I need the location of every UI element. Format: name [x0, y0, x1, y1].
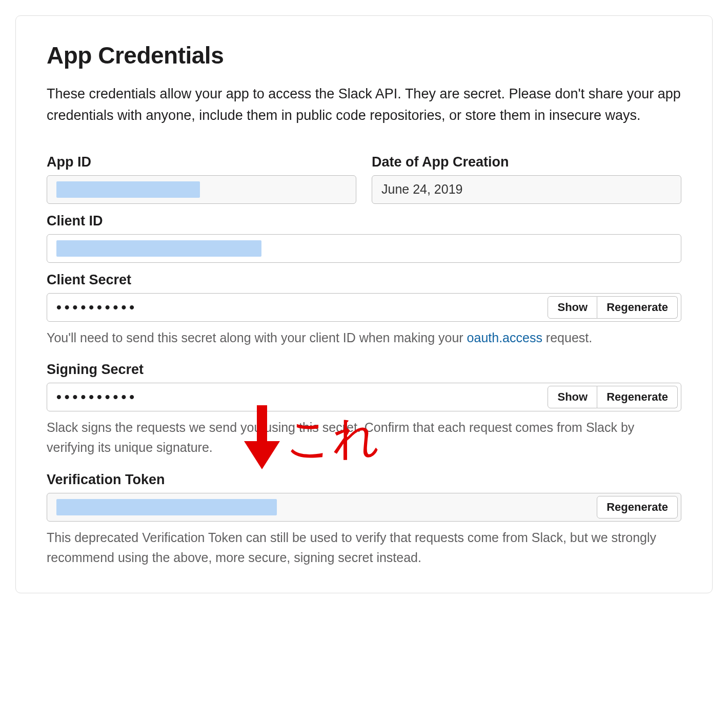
app-id-field[interactable]: [47, 175, 356, 204]
redacted-client-id: [56, 240, 261, 257]
signing-secret-field[interactable]: •••••••••• Show Regenerate: [47, 383, 681, 411]
app-id-label: App ID: [47, 154, 356, 170]
verification-token-label: Verification Token: [47, 472, 681, 488]
signing-secret-show-button[interactable]: Show: [548, 386, 597, 408]
client-id-field[interactable]: [47, 234, 681, 263]
credentials-card: App Credentials These credentials allow …: [15, 15, 713, 593]
client-secret-field[interactable]: •••••••••• Show Regenerate: [47, 293, 681, 322]
date-created-label: Date of App Creation: [372, 154, 681, 170]
page-title: App Credentials: [47, 41, 681, 69]
redacted-app-id: [56, 181, 200, 198]
redacted-verification-token: [56, 499, 277, 515]
signing-secret-label: Signing Secret: [47, 362, 681, 378]
verification-token-field[interactable]: Regenerate: [47, 493, 681, 522]
date-created-field: June 24, 2019: [372, 175, 681, 204]
date-created-value: June 24, 2019: [381, 182, 462, 197]
signing-secret-hint: Slack signs the requests we send you usi…: [47, 418, 681, 458]
signing-secret-masked: ••••••••••: [56, 389, 137, 405]
signing-secret-regenerate-button[interactable]: Regenerate: [597, 386, 678, 408]
verification-token-hint: This deprecated Verification Token can s…: [47, 528, 681, 568]
oauth-access-link[interactable]: oauth.access: [467, 330, 542, 345]
client-secret-regenerate-button[interactable]: Regenerate: [597, 296, 678, 319]
client-id-label: Client ID: [47, 213, 681, 229]
client-secret-label: Client Secret: [47, 272, 681, 288]
client-secret-masked: ••••••••••: [56, 299, 137, 316]
client-secret-show-button[interactable]: Show: [548, 296, 597, 319]
intro-text: These credentials allow your app to acce…: [47, 84, 681, 127]
verification-token-regenerate-button[interactable]: Regenerate: [597, 496, 678, 518]
client-secret-hint: You'll need to send this secret along wi…: [47, 328, 681, 348]
